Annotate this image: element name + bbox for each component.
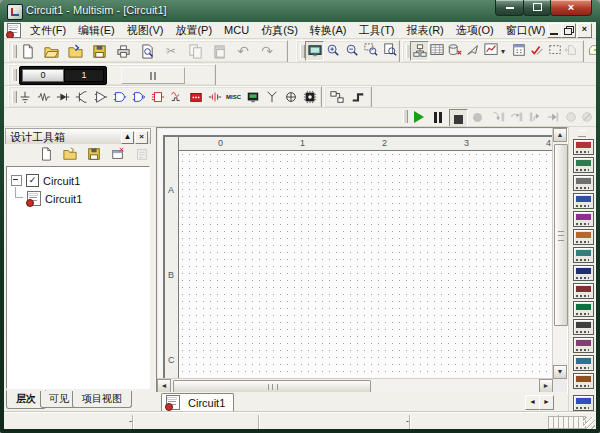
postprocessor-button[interactable]	[510, 41, 527, 59]
tab-project-view[interactable]: 项目视图	[72, 391, 132, 408]
tree-checkbox-icon[interactable]: ✓	[26, 174, 39, 187]
toolbox-close-document-button[interactable]	[109, 145, 126, 163]
copy-button[interactable]	[185, 41, 205, 61]
place-mixed-button[interactable]	[168, 88, 185, 106]
place-basic-button[interactable]	[35, 88, 52, 106]
tree-node-circuit1-root[interactable]: ✓ Circuit1	[11, 173, 80, 188]
place-misc-button[interactable]: MISC	[225, 88, 242, 106]
grapher-button[interactable]	[482, 41, 499, 59]
scroll-down-button[interactable]: ▼	[553, 365, 567, 379]
instrument-multimeter-icon[interactable]	[573, 139, 594, 155]
electrical-rules-check-button[interactable]	[528, 41, 545, 59]
tree-collapse-icon[interactable]	[11, 175, 22, 186]
zoom-fit-button[interactable]	[381, 41, 398, 59]
grid-dots[interactable]	[179, 151, 552, 378]
instrument-function-generator-icon[interactable]	[573, 157, 594, 173]
instrument-spectrum-analyzer-icon[interactable]	[573, 355, 594, 371]
mdi-restore-button[interactable]	[561, 23, 576, 38]
zoom-in-button[interactable]	[324, 41, 341, 59]
instrument-word-generator-icon[interactable]	[573, 265, 594, 281]
place-advanced-peripherals-button[interactable]	[244, 88, 261, 106]
instrument-wattmeter-icon[interactable]	[573, 175, 594, 191]
run-switch[interactable]: 0 1	[19, 66, 107, 85]
grapher-dropdown-icon[interactable]: ▾	[498, 41, 508, 61]
menu-file[interactable]: 文件(F)	[24, 22, 72, 38]
menu-view[interactable]: 视图(V)	[121, 22, 170, 38]
menu-mcu[interactable]: MCU	[218, 23, 255, 39]
schematic-viewport[interactable]: 0 1 2 3 4 A B C	[158, 129, 552, 378]
resize-grip[interactable]	[583, 417, 595, 429]
toolbox-new-schematic-button[interactable]	[37, 145, 54, 163]
step-over-button[interactable]	[508, 108, 525, 126]
instrument-oscilloscope-icon[interactable]	[573, 193, 594, 209]
run-simulation-button[interactable]	[410, 108, 427, 126]
vertical-scrollbar[interactable]: ▲ ▼	[552, 128, 567, 379]
instrument-frequency-counter-icon[interactable]	[573, 247, 594, 263]
open-sample-button[interactable]	[65, 41, 85, 61]
menu-simulate[interactable]: 仿真(S)	[255, 22, 304, 38]
toggle-breakpoint-button[interactable]	[562, 108, 579, 126]
place-bus-button[interactable]	[349, 88, 366, 106]
zoom-area-button[interactable]	[362, 41, 379, 59]
instrument-logic-converter-icon[interactable]	[573, 283, 594, 299]
remove-breakpoints-button[interactable]	[578, 108, 595, 126]
mdi-minimize-button[interactable]	[547, 23, 562, 38]
print-preview-button[interactable]	[137, 41, 157, 61]
tree-node-circuit1-sheet[interactable]: Circuit1	[27, 191, 82, 206]
new-file-button[interactable]	[17, 41, 37, 61]
cut-button[interactable]: ✂	[161, 41, 181, 61]
paste-button[interactable]	[209, 41, 229, 61]
horizontal-scrollbar[interactable]: ◄ ►	[157, 378, 553, 393]
toolbar-drag-handle[interactable]	[578, 130, 586, 137]
instrument-network-analyzer-icon[interactable]	[573, 373, 594, 389]
scroll-left-button[interactable]: ◄	[157, 379, 171, 393]
step-into-button[interactable]	[490, 108, 507, 126]
instrument-four-channel-oscilloscope-icon[interactable]	[573, 211, 594, 227]
menu-reports[interactable]: 报表(R)	[401, 22, 450, 38]
redo-button[interactable]: ↷	[257, 41, 277, 61]
scroll-right-button[interactable]: ►	[539, 379, 553, 393]
toolbox-rename-button[interactable]	[133, 145, 150, 163]
menu-place[interactable]: 放置(P)	[169, 22, 218, 38]
instrument-iv-analyzer-icon[interactable]	[573, 319, 594, 335]
fullscreen-button[interactable]	[305, 41, 324, 61]
save-button[interactable]	[89, 41, 109, 61]
vertical-scroll-thumb[interactable]	[554, 144, 568, 326]
menu-transfer[interactable]: 转换(A)	[304, 22, 353, 38]
toolbar-drag-handle[interactable]	[403, 110, 408, 123]
erc-button[interactable]	[464, 41, 481, 59]
place-hierarchical-block-button[interactable]	[328, 88, 345, 106]
close-button[interactable]: ×	[550, 0, 592, 16]
minimize-button[interactable]	[495, 0, 524, 16]
place-indicator-button[interactable]	[187, 88, 204, 106]
tab-scroll-right-button[interactable]: ►	[539, 395, 554, 410]
instrument-distortion-analyzer-icon[interactable]	[573, 337, 594, 353]
forward-annotate-button[interactable]	[584, 41, 596, 59]
place-mcu-button[interactable]	[301, 88, 318, 106]
place-power-button[interactable]	[206, 88, 223, 106]
scroll-up-button[interactable]: ▲	[553, 128, 567, 142]
toolbox-open-button[interactable]	[61, 145, 78, 163]
print-button[interactable]	[113, 41, 133, 61]
database-manager-button[interactable]	[446, 41, 463, 59]
menu-window[interactable]: 窗口(W)	[500, 22, 552, 38]
panel-close-button[interactable]: ×	[135, 131, 148, 144]
document-tab-circuit1[interactable]: Circuit1	[161, 393, 234, 411]
record-button[interactable]	[469, 108, 486, 126]
place-rf-button[interactable]	[263, 88, 280, 106]
menu-tools[interactable]: 工具(T)	[352, 22, 400, 38]
place-ttl-button[interactable]	[111, 88, 128, 106]
run-to-cursor-button[interactable]	[544, 108, 561, 126]
spreadsheet-view-button[interactable]	[428, 41, 445, 59]
place-cmos-button[interactable]	[130, 88, 147, 106]
instrument-current-probe-icon[interactable]	[573, 395, 594, 411]
open-file-button[interactable]	[41, 41, 61, 61]
toolbox-save-button[interactable]	[85, 145, 102, 163]
menu-options[interactable]: 选项(O)	[450, 22, 500, 38]
maximize-button[interactable]	[523, 0, 551, 16]
place-source-button[interactable]	[16, 88, 33, 106]
panel-minimize-button[interactable]: ▲	[121, 131, 134, 144]
instrument-bode-plotter-icon[interactable]	[573, 229, 594, 245]
zoom-out-button[interactable]	[343, 41, 360, 59]
place-misc-digital-button[interactable]	[149, 88, 166, 106]
